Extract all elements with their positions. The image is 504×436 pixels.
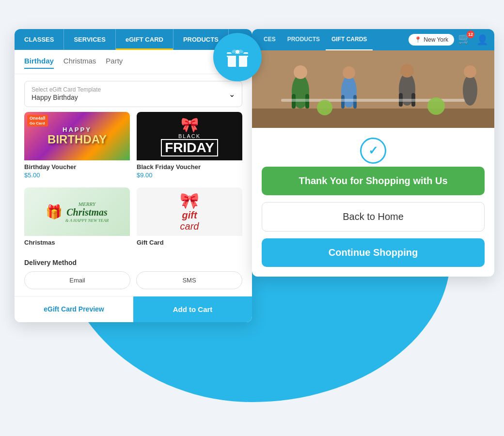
left-panel: CLASSES SERVICES eGIFT CARD PRODUCTS Bir… (15, 29, 252, 322)
svg-point-25 (317, 100, 332, 115)
user-icon[interactable]: 👤 (476, 34, 488, 46)
tab-birthday[interactable]: Birthday (24, 57, 54, 69)
location-selector[interactable]: 📍 New York (409, 34, 454, 46)
back-home-label: Back to Home (343, 211, 404, 222)
nav-classes[interactable]: CLASSES (15, 29, 64, 50)
egift-preview-button[interactable]: eGift Card Preview (15, 296, 133, 322)
thank-you-label: Thank You for Shopping with Us (299, 175, 447, 187)
svg-point-28 (464, 65, 476, 78)
delivery-email[interactable]: Email (24, 271, 130, 289)
svg-point-21 (400, 64, 414, 78)
right-nav-products[interactable]: PRODUCTS (282, 29, 326, 50)
card-birthday-name: Birthday Voucher (24, 160, 130, 171)
right-nav-ces[interactable]: CES (258, 29, 282, 50)
thank-you-button: Thank You for Shopping with Us (262, 167, 485, 195)
hero-image (252, 50, 494, 128)
card-christmas-name: Christmas (24, 236, 130, 247)
checkmark-icon: ✓ (368, 144, 378, 157)
right-panel: CES PRODUCTS GIFT CARDS 📍 New York 🛒 12 … (252, 29, 494, 277)
gift-icon-circle (213, 33, 262, 81)
card-christmas[interactable]: 🎁 MERRY Christmas & A HAPPY NEW YEAR Chr… (24, 187, 130, 247)
continue-shopping-button[interactable]: Continue Shopping (262, 238, 485, 267)
delivery-section: Delivery Method Email SMS (15, 254, 252, 296)
nav-egift[interactable]: eGIFT CARD (116, 29, 173, 50)
svg-point-26 (427, 97, 445, 115)
card-birthday-price: $5.00 (24, 171, 130, 181)
continue-label: Continue Shopping (329, 247, 418, 258)
right-nav-items: CES PRODUCTS GIFT CARDS (258, 29, 373, 50)
delivery-options: Email SMS (24, 271, 242, 289)
cart-button[interactable]: 🛒 12 (458, 32, 472, 47)
fitness-bg (252, 50, 494, 128)
card-blackfriday-name: Black Friday Voucher (137, 160, 242, 171)
svg-point-17 (343, 66, 355, 79)
card-christmas-img: 🎁 MERRY Christmas & A HAPPY NEW YEAR (24, 187, 130, 236)
location-text: New York (424, 36, 448, 43)
success-check-circle: ✓ (360, 138, 386, 164)
template-select-label: Select eGift Card Template (32, 86, 101, 93)
svg-point-13 (294, 65, 307, 79)
chevron-down-icon: ⌄ (229, 90, 235, 99)
template-select-value: Happy Birthday (32, 93, 78, 101)
right-nav: CES PRODUCTS GIFT CARDS 📍 New York 🛒 12 … (252, 29, 494, 50)
delivery-sms[interactable]: SMS (136, 271, 242, 289)
nav-services[interactable]: SERVICES (64, 29, 116, 50)
tab-party[interactable]: Party (106, 57, 123, 69)
add-to-cart-button[interactable]: Add to Cart (133, 296, 252, 322)
left-footer: eGift Card Preview Add to Cart (15, 296, 252, 322)
card-giftcard-name: Gift Card (137, 236, 242, 247)
right-nav-giftcards[interactable]: GIFT CARDS (326, 29, 373, 50)
svg-point-27 (463, 75, 477, 106)
card-giftcard[interactable]: 🎀 gift card Gift Card (137, 187, 242, 247)
card-blackfriday-voucher[interactable]: 🎀 BLACK FRIDAY Black Friday Voucher $9.0… (137, 112, 242, 181)
card-gift-img: 🎀 gift card (137, 187, 242, 236)
right-nav-actions: 📍 New York 🛒 12 👤 (409, 32, 488, 47)
back-to-home-button[interactable]: Back to Home (262, 202, 485, 232)
location-pin-icon: 📍 (414, 36, 422, 43)
delivery-title: Delivery Method (24, 259, 242, 266)
success-area: ✓ Thank You for Shopping with Us Back to… (252, 128, 494, 277)
svg-rect-3 (227, 54, 248, 56)
cart-count-badge: 12 (467, 31, 474, 38)
template-select[interactable]: Select eGift Card Template Happy Birthda… (24, 81, 242, 107)
card-birthday-voucher[interactable]: HAPPY BIRTHDAY One4allGo Card Birthday V… (24, 112, 130, 181)
card-grid: HAPPY BIRTHDAY One4allGo Card Birthday V… (15, 112, 252, 254)
card-blackfriday-img: 🎀 BLACK FRIDAY (137, 112, 242, 160)
svg-rect-11 (252, 109, 494, 128)
card-birthday-img: HAPPY BIRTHDAY One4allGo Card (24, 112, 130, 160)
tab-christmas[interactable]: Christmas (63, 57, 96, 69)
card-blackfriday-price: $9.00 (137, 171, 242, 181)
